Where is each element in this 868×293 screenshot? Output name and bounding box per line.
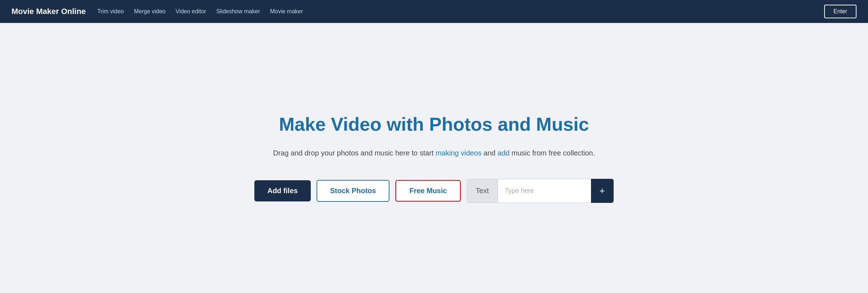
page-subtitle: Drag and drop your photos and music here… <box>273 147 595 159</box>
add-files-button[interactable]: Add files <box>254 180 310 201</box>
nav-slideshow-maker[interactable]: Slideshow maker <box>216 8 260 15</box>
nav-trim-video[interactable]: Trim video <box>97 8 124 15</box>
stock-photos-button[interactable]: Stock Photos <box>317 180 390 202</box>
subtitle-text-middle: and <box>484 149 498 157</box>
action-row: Add files Stock Photos Free Music Text + <box>254 179 614 203</box>
subtitle-text-before: Drag and drop your photos and music here… <box>273 149 435 157</box>
text-input[interactable] <box>498 179 591 203</box>
nav-merge-video[interactable]: Merge video <box>134 8 166 15</box>
nav-movie-maker[interactable]: Movie maker <box>270 8 303 15</box>
free-music-button[interactable]: Free Music <box>395 180 461 202</box>
text-label: Text <box>467 179 498 203</box>
add-text-button[interactable]: + <box>591 179 614 203</box>
brand-logo: Movie Maker Online <box>11 7 86 16</box>
navbar: Movie Maker Online Trim video Merge vide… <box>0 0 868 23</box>
subtitle-text-after: music from free collection. <box>512 149 595 157</box>
nav-links: Trim video Merge video Video editor Slid… <box>97 8 813 15</box>
text-input-group: Text + <box>467 179 614 203</box>
page-title: Make Video with Photos and Music <box>279 113 589 135</box>
enter-button[interactable]: Enter <box>824 5 857 18</box>
making-videos-link[interactable]: making videos <box>435 149 481 157</box>
main-content: Make Video with Photos and Music Drag an… <box>0 23 868 293</box>
nav-video-editor[interactable]: Video editor <box>176 8 206 15</box>
add-link[interactable]: add <box>498 149 509 157</box>
